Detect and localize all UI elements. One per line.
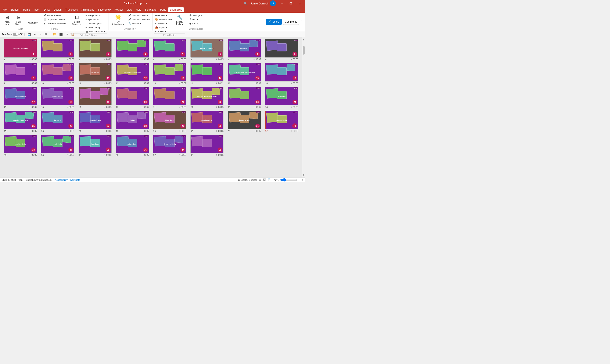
- settings-button[interactable]: ⚙ Settings ▼: [188, 13, 204, 17]
- menu-item-brandin[interactable]: BrandIn: [9, 7, 21, 12]
- menu-item-transitions[interactable]: Transitions: [64, 7, 80, 12]
- legacy-tools-button[interactable]: 🔧 LegacyTools ▼: [174, 13, 185, 26]
- slide-item[interactable]: 19911010✦00:05: [40, 63, 75, 85]
- slide-item[interactable]: moved to France20022727✦00:05: [77, 111, 113, 133]
- search-icon[interactable]: 🔍: [244, 2, 247, 5]
- slide-item[interactable]: Oliver Becky20032929✦00:05: [152, 111, 188, 133]
- menu-item-help[interactable]: Help: [134, 7, 143, 12]
- slide-item[interactable]: 1st August19992424✦00:05: [264, 87, 299, 109]
- slide-item[interactable]: PRESS F5 TO START198411✦00:07: [2, 39, 38, 61]
- select-objects-button[interactable]: ⊡ SelectObjects ▼: [70, 13, 84, 26]
- menu-item-home[interactable]: Home: [21, 7, 32, 12]
- close-button[interactable]: ✕: [297, 1, 303, 6]
- slide-item[interactable]: 20103838✦00:05: [189, 135, 225, 157]
- slide-item[interactable]: 19982121✦00:05: [152, 87, 188, 109]
- menu-item-insert[interactable]: Insert: [32, 7, 42, 12]
- slide-item[interactable]: radiant Becky20083636✦00:05: [115, 135, 150, 157]
- menu-item-animations[interactable]: Animations: [80, 7, 96, 12]
- slide-panel[interactable]: PRESS F5 TO START198411✦00:07198522✦00:0…: [0, 37, 302, 177]
- zoom-slider[interactable]: [280, 178, 297, 181]
- slide-item[interactable]: 19931313✦00:07: [152, 63, 188, 85]
- qat-btn-3[interactable]: ✂: [65, 32, 69, 36]
- my-animations-button[interactable]: 🌟 MyAnimations ▼: [110, 13, 127, 26]
- about-button[interactable]: ◆ About: [188, 22, 204, 26]
- scroll-down-arrow[interactable]: ▼: [302, 173, 305, 177]
- title-dropdown-icon[interactable]: ▼: [145, 2, 148, 5]
- table-format-painter-button[interactable]: ⊞ Table Format Painter: [42, 22, 67, 26]
- vertical-scrollbar[interactable]: ▲ ▼: [302, 37, 305, 177]
- slide-item[interactable]: 198744✦00:05: [115, 39, 150, 61]
- slide-item[interactable]: 19972020✦00:05: [115, 87, 150, 109]
- split-text-button[interactable]: ÷ Split Text ▼: [84, 18, 107, 21]
- menu-item-design[interactable]: Design: [52, 7, 63, 12]
- undo-button[interactable]: ↩: [33, 32, 37, 36]
- redo-button[interactable]: ↪: [38, 32, 42, 36]
- slide-item[interactable]: Crazy Becky20073535✦00:05: [77, 135, 113, 157]
- slide-item[interactable]: Dougal arrives20043131✦00:05: [227, 111, 262, 133]
- zoom-out-icon[interactable]: −: [299, 179, 300, 181]
- utilities-button[interactable]: 🔧 Utilities ▼: [127, 22, 151, 26]
- slide-item[interactable]: Kaitlyn20032828✦00:05: [115, 111, 150, 133]
- swap-objects-button[interactable]: ⇆ Swap Objects: [84, 22, 107, 26]
- slide-item[interactable]: Carters Lane pantomime19921212✦00:05: [115, 63, 150, 85]
- minimize-button[interactable]: ─: [279, 1, 285, 6]
- slide-view-grid[interactable]: ⊟: [263, 178, 266, 181]
- merge-text-button[interactable]: ≡ Merge Text ▼: [84, 13, 107, 17]
- share-button[interactable]: 🔗 Share: [266, 19, 282, 25]
- menu-item-script-lab[interactable]: Script Lab: [143, 7, 158, 12]
- menu-item-draw[interactable]: Draw: [42, 7, 52, 12]
- slide-item[interactable]: 198855✦00:08: [152, 39, 188, 61]
- save-button[interactable]: 💾: [27, 32, 32, 36]
- slide-item[interactable]: 19941414✦00:11: [189, 63, 225, 85]
- slide-view-reading[interactable]: 📄: [268, 178, 271, 181]
- menu-item-pens[interactable]: Pens: [158, 7, 168, 12]
- zoom-in-icon[interactable]: +: [302, 179, 303, 181]
- slide-item[interactable]: 199099✦00:05: [2, 63, 38, 85]
- animation-expand-icon[interactable]: ⤢: [135, 28, 136, 30]
- slide-item[interactable]: move back to UK20043030✦00:05: [189, 111, 225, 133]
- add-to-group-button[interactable]: + Add to Group: [84, 26, 107, 29]
- slide-item[interactable]: Red Nose Day, South Cemery19941515✦00:05: [227, 63, 262, 85]
- slide-item[interactable]: 40 years of Becky20093737✦00:05: [152, 135, 188, 157]
- collapse-ribbon-icon[interactable]: ⌃: [300, 20, 303, 24]
- slide-item[interactable]: 198633✦00:05: [77, 39, 113, 61]
- display-settings-button[interactable]: 🖥 Display Settings: [238, 179, 257, 181]
- new-slide-button[interactable]: ⊞: [43, 32, 48, 36]
- slide-item[interactable]: sunshine Becky20053333✦00:05: [2, 135, 38, 157]
- slide-item[interactable]: Up an clip19911111✦00:05: [77, 63, 113, 85]
- animation-painter-button[interactable]: 🖌 Animation Painter: [127, 13, 151, 17]
- slide-item[interactable]: 199088✦00:05: [264, 39, 299, 61]
- slide-item[interactable]: 198522✦00:06: [40, 39, 75, 61]
- slide-item[interactable]: mummy Becky20053232✦00:05: [264, 111, 299, 133]
- restore-button[interactable]: ❐: [288, 1, 294, 6]
- menu-item-file[interactable]: File: [1, 7, 8, 12]
- close-file-button[interactable]: ⬛: [58, 32, 64, 36]
- slide-view-normal[interactable]: ⊞: [259, 178, 261, 181]
- menu-item-slide-show[interactable]: Slide Show: [96, 7, 112, 12]
- comments-button[interactable]: Comments: [283, 19, 299, 25]
- menu-item-review[interactable]: Review: [113, 7, 124, 12]
- slide-item[interactable]: Anyone for croquet?198866✦00:05: [189, 39, 225, 61]
- adjustment-painter-button[interactable]: ⬜ Adjustment Painter: [42, 18, 67, 21]
- match-size-button[interactable]: ⊟ MatchSize ▼: [13, 13, 24, 26]
- batch-button[interactable]: ⚙ Batch ▼: [154, 30, 174, 33]
- scroll-up-arrow[interactable]: ▲: [302, 37, 305, 42]
- autosave-toggle[interactable]: [13, 33, 19, 36]
- selection-pane-button[interactable]: ▦ Selection Pane ▼: [84, 30, 107, 33]
- export-button[interactable]: 📤 Export ▼: [154, 26, 174, 29]
- slide-item[interactable]: 19961919✦00:05: [77, 87, 113, 109]
- slide-item[interactable]: Guinness mattas on entrance19982222✦00:0…: [189, 87, 225, 109]
- theme-colors-button[interactable]: 🎨 Theme Colors: [154, 18, 174, 21]
- guides-button[interactable]: — Guides ▼: [154, 13, 174, 17]
- slide-item[interactable]: Up the baggies19951717✦00:05: [2, 87, 38, 109]
- open-button[interactable]: 📂: [52, 32, 57, 36]
- accessibility-status[interactable]: Accessibility: Investigate: [55, 179, 80, 181]
- slide-item[interactable]: 19951616✦00:05: [264, 63, 299, 85]
- slide-item[interactable]: posh Becky20063434✦00:05: [40, 135, 75, 157]
- typography-button[interactable]: T Typography: [25, 13, 39, 26]
- animation-painter-plus-button[interactable]: 🖌 Animation Painter+: [127, 18, 151, 21]
- menu-item-view[interactable]: View: [125, 7, 134, 12]
- align-button[interactable]: ⊞ Alignto ▼: [2, 13, 13, 26]
- menu-item-brightslide[interactable]: BrightSlide: [168, 7, 184, 12]
- slide-item[interactable]: moved to Hong Kong20002525✦00:05: [2, 111, 38, 133]
